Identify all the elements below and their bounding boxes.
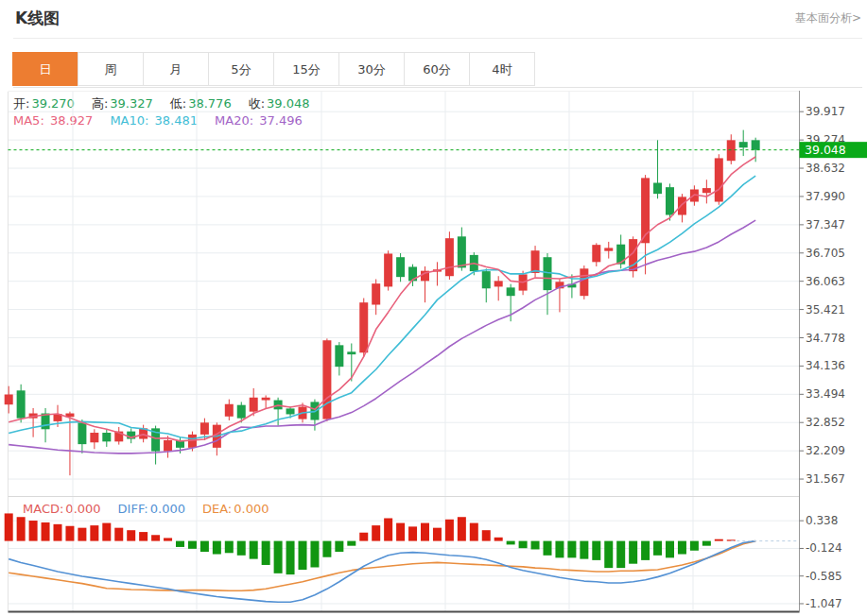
y-axis-label: 39.917 [806, 105, 845, 118]
y-axis-label: 33.494 [806, 387, 845, 401]
y-axis-label: 35.421 [806, 303, 845, 317]
y-axis-label: 34.136 [806, 359, 845, 372]
y-axis-label: 0.338 [806, 514, 838, 527]
kline-chart-canvas[interactable]: 39.91739.27438.63237.99037.34736.70536.0… [0, 0, 867, 616]
y-axis-label: 37.347 [806, 218, 845, 231]
y-axis-label: 34.778 [806, 332, 845, 345]
y-axis-label: 37.990 [806, 190, 845, 203]
y-axis-label: -1.047 [806, 597, 842, 610]
y-axis-label: 36.063 [806, 275, 845, 288]
y-axis-label: -0.585 [806, 570, 842, 583]
y-axis-label: 31.567 [806, 472, 845, 486]
y-axis-label: 32.209 [806, 444, 845, 457]
y-axis-label: 32.852 [806, 416, 845, 429]
current-price-badge-label: 39.048 [805, 143, 846, 157]
y-axis-label: 36.705 [806, 247, 845, 260]
y-axis-label: 38.632 [806, 162, 845, 175]
y-axis-label: -0.124 [806, 541, 842, 555]
